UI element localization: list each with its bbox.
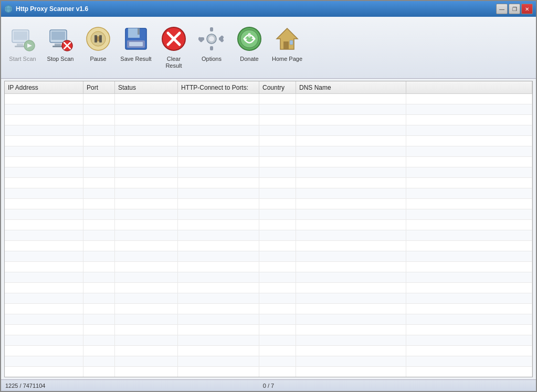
svg-rect-25 [129, 42, 143, 46]
table-cell [296, 199, 406, 209]
table-cell [115, 335, 178, 345]
main-window: Http Proxy Scanner v1.6 — ❐ ✕ [0, 0, 537, 392]
results-table: IP Address Port Status HTTP-Connect to P… [4, 81, 533, 377]
table-row [5, 262, 532, 272]
table-cell [296, 251, 406, 261]
table-cell [83, 188, 115, 198]
table-cell [406, 230, 532, 240]
table-cell [259, 115, 296, 125]
table-cell [5, 178, 83, 188]
donate-icon: $ [236, 25, 263, 52]
table-cell [115, 241, 178, 251]
table-cell [83, 146, 115, 156]
stop-scan-label: Stop Scan [47, 56, 74, 62]
clear-result-icon [160, 25, 187, 52]
save-result-icon [122, 25, 150, 52]
table-row [5, 335, 532, 346]
table-cell [115, 125, 178, 135]
home-page-label: Home Page [272, 56, 302, 62]
table-cell [115, 220, 178, 230]
table-cell [115, 104, 178, 114]
table-cell [406, 304, 532, 314]
table-cell [178, 136, 259, 146]
table-cell [406, 262, 532, 272]
table-row [5, 367, 532, 377]
table-cell [5, 104, 83, 114]
table-row [5, 157, 532, 167]
table-cell [406, 157, 532, 167]
table-row [5, 167, 532, 178]
table-cell [83, 220, 115, 230]
svg-rect-32 [210, 46, 213, 50]
table-cell [406, 251, 532, 261]
table-cell [83, 262, 115, 272]
column-header-http: HTTP-Connect to Ports: [178, 81, 259, 93]
table-cell [406, 356, 532, 366]
table-row [5, 178, 532, 188]
table-cell [178, 199, 259, 209]
table-cell [178, 325, 259, 335]
table-cell [259, 146, 296, 156]
save-result-button[interactable]: Save Result [118, 22, 154, 74]
stop-scan-icon [47, 25, 74, 52]
start-scan-button[interactable]: Start Scan [4, 22, 41, 74]
table-cell [259, 188, 296, 198]
table-cell [178, 146, 259, 156]
table-row [5, 104, 532, 115]
pause-label: Pause [90, 56, 106, 62]
table-cell [5, 230, 83, 240]
table-cell [296, 283, 406, 293]
table-row [5, 272, 532, 283]
table-cell [83, 272, 115, 282]
table-cell [259, 367, 296, 377]
column-header-country: Country [259, 81, 296, 93]
home-page-icon [273, 25, 301, 52]
table-row [5, 94, 532, 104]
donate-button[interactable]: $ Donate [231, 22, 268, 74]
svg-rect-31 [210, 27, 213, 31]
home-page-button[interactable]: Home Page [269, 22, 306, 74]
table-cell [178, 230, 259, 240]
svg-rect-46 [290, 40, 293, 45]
table-cell [178, 314, 259, 324]
table-cell [406, 146, 532, 156]
stop-scan-button[interactable]: Stop Scan [42, 22, 79, 74]
table-cell [406, 283, 532, 293]
table-cell [406, 178, 532, 188]
options-button[interactable]: Options [193, 22, 230, 74]
table-cell [83, 104, 115, 114]
table-cell [259, 199, 296, 209]
table-cell [115, 314, 178, 324]
svg-rect-12 [52, 46, 63, 47]
table-cell [296, 115, 406, 125]
window-title: Http Proxy Scanner v1.6 [16, 5, 88, 13]
table-row [5, 220, 532, 230]
table-cell [259, 125, 296, 135]
table-cell [115, 251, 178, 261]
svg-rect-19 [94, 35, 97, 43]
svg-rect-11 [55, 44, 61, 46]
table-cell [259, 325, 296, 335]
table-row [5, 283, 532, 293]
table-cell [83, 304, 115, 314]
table-cell [83, 157, 115, 167]
table-cell [178, 115, 259, 125]
restore-button[interactable]: ❐ [509, 4, 520, 14]
table-cell [406, 188, 532, 198]
table-cell [406, 314, 532, 324]
clear-result-button[interactable]: Clear Result [155, 22, 192, 74]
minimize-button[interactable]: — [496, 4, 508, 14]
column-header-status: Status [115, 81, 178, 93]
table-cell [83, 199, 115, 209]
table-cell [259, 304, 296, 314]
table-cell [259, 157, 296, 167]
table-cell [115, 272, 178, 282]
svg-rect-23 [138, 28, 140, 35]
table-cell [296, 146, 406, 156]
table-cell [259, 167, 296, 177]
table-cell [5, 188, 83, 198]
table-cell [296, 157, 406, 167]
pause-button[interactable]: Pause [80, 22, 117, 74]
close-button[interactable]: ✕ [521, 4, 533, 14]
table-cell [296, 272, 406, 282]
